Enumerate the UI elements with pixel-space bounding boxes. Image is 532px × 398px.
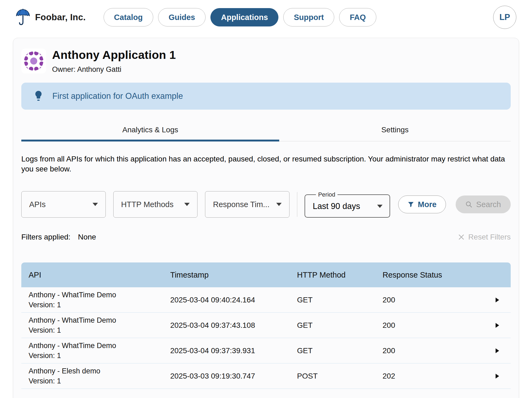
app-owner: Owner: Anthony Gatti xyxy=(52,65,176,74)
chevron-right-icon xyxy=(495,373,499,379)
filter-dropdown-http-methods[interactable]: HTTP Methods xyxy=(113,191,198,218)
api-version: Version: 1 xyxy=(29,376,170,386)
chevron-right-icon xyxy=(495,323,499,328)
brand: Foobar, Inc. xyxy=(16,7,86,27)
page-title: Anthony Application 1 xyxy=(52,48,176,62)
banner-text: First application for OAuth example xyxy=(52,91,183,101)
avatar[interactable]: LP xyxy=(493,6,516,29)
tab-settings[interactable]: Settings xyxy=(279,120,511,140)
timestamp-cell: 2025-03-04 09:37:43.108 xyxy=(170,321,297,330)
api-cell: Anthony - WhatTime Demo Version: 1 xyxy=(29,341,170,361)
row-expand-button[interactable] xyxy=(495,323,511,328)
tab-label: Settings xyxy=(381,126,408,134)
table-row[interactable]: Anthony - WhatTime Demo Version: 1 2025-… xyxy=(21,313,511,338)
nav-pills: Catalog Guides Applications Support FAQ xyxy=(104,8,376,26)
response-status-cell: 200 xyxy=(383,296,472,304)
logs-description: Logs from all APIs for which this applic… xyxy=(21,154,511,174)
http-method-cell: GET xyxy=(297,296,383,304)
response-status-cell: 200 xyxy=(383,321,472,330)
http-method-cell: GET xyxy=(297,346,383,355)
info-banner: First application for OAuth example xyxy=(21,83,511,110)
column-http-method: HTTP Method xyxy=(297,271,383,279)
period-label: Period xyxy=(316,191,337,198)
column-timestamp: Timestamp xyxy=(170,271,297,279)
response-status-cell: 202 xyxy=(383,372,472,380)
chevron-right-icon xyxy=(495,297,499,303)
more-button-label: More xyxy=(418,200,436,209)
nav-item-catalog[interactable]: Catalog xyxy=(104,8,153,26)
filter-dropdown-response-tim[interactable]: Response Tim... xyxy=(205,191,289,218)
tab-label: Analytics & Logs xyxy=(122,126,178,134)
chevron-down-icon xyxy=(184,203,190,206)
api-cell: Anthony - WhatTime Demo Version: 1 xyxy=(29,315,170,335)
chevron-down-icon xyxy=(377,205,383,208)
app-header: Anthony Application 1 Owner: Anthony Gat… xyxy=(21,48,511,74)
http-method-cell: GET xyxy=(297,321,383,330)
nav-item-faq[interactable]: FAQ xyxy=(339,8,376,26)
filters-applied-row: Filters applied: None Reset Filters xyxy=(21,233,511,241)
table-row[interactable]: Anthony - Elesh demo xyxy=(21,389,511,398)
nav-item-label: Guides xyxy=(169,13,195,22)
more-filters-button[interactable]: More xyxy=(398,195,446,213)
nav-item-label: FAQ xyxy=(350,13,366,22)
filter-row: APIs HTTP Methods Response Tim... Period… xyxy=(21,191,511,218)
table-row[interactable]: Anthony - WhatTime Demo Version: 1 2025-… xyxy=(21,338,511,363)
tab-analytics-logs[interactable]: Analytics & Logs xyxy=(21,120,279,140)
column-response-status: Response Status xyxy=(383,271,472,279)
app-dots-icon xyxy=(21,49,46,73)
filter-dropdown-label: HTTP Methods xyxy=(121,200,173,209)
nav-item-support[interactable]: Support xyxy=(283,8,334,26)
funnel-icon xyxy=(408,201,414,208)
filter-dropdown-label: Response Tim... xyxy=(213,200,270,209)
row-expand-button[interactable] xyxy=(495,373,511,379)
chevron-right-icon xyxy=(495,348,499,353)
filter-dropdown-apis[interactable]: APIs xyxy=(21,191,106,218)
api-version: Version: 1 xyxy=(29,351,170,361)
tab-bar: Analytics & Logs Settings xyxy=(21,120,511,141)
table-row[interactable]: Anthony - Elesh demo Version: 1 2025-03-… xyxy=(21,363,511,389)
api-version: Version: 1 xyxy=(29,325,170,335)
period-select[interactable]: Period Last 90 days xyxy=(305,191,390,218)
column-api: API xyxy=(29,271,170,279)
filters-applied-label: Filters applied: xyxy=(21,233,70,241)
response-status-cell: 200 xyxy=(383,346,472,355)
timestamp-cell: 2025-03-03 09:19:30.747 xyxy=(170,372,297,380)
page: Foobar, Inc. Catalog Guides Applications… xyxy=(0,0,532,398)
filters-applied-value: None xyxy=(78,233,96,241)
lightbulb-icon xyxy=(35,91,42,102)
api-name: Anthony - Elesh demo xyxy=(29,396,170,398)
timestamp-cell: 2025-03-04 09:40:24.164 xyxy=(170,296,297,304)
close-icon xyxy=(458,234,465,240)
chevron-down-icon xyxy=(93,203,98,206)
api-cell: Anthony - Elesh demo Version: 1 xyxy=(29,366,170,386)
search-icon xyxy=(465,201,472,208)
api-cell: Anthony - Elesh demo xyxy=(29,396,170,398)
reset-filters-label: Reset Filters xyxy=(468,233,511,241)
reset-filters-button[interactable]: Reset Filters xyxy=(458,233,511,241)
table-header: API Timestamp HTTP Method Response Statu… xyxy=(21,262,511,287)
app-title-block: Anthony Application 1 Owner: Anthony Gat… xyxy=(52,48,176,74)
filter-dropdown-label: APIs xyxy=(29,200,46,209)
table-row[interactable]: Anthony - WhatTime Demo Version: 1 2025-… xyxy=(21,287,511,313)
api-name: Anthony - Elesh demo xyxy=(29,366,170,376)
search-button-label: Search xyxy=(476,200,501,209)
api-name: Anthony - WhatTime Demo xyxy=(29,341,170,351)
api-cell: Anthony - WhatTime Demo Version: 1 xyxy=(29,290,170,310)
brand-name: Foobar, Inc. xyxy=(35,12,86,22)
http-method-cell: POST xyxy=(297,372,383,380)
row-expand-button[interactable] xyxy=(495,348,511,353)
api-name: Anthony - WhatTime Demo xyxy=(29,315,170,325)
row-expand-button[interactable] xyxy=(495,297,511,303)
api-name: Anthony - WhatTime Demo xyxy=(29,290,170,300)
logs-table: API Timestamp HTTP Method Response Statu… xyxy=(21,262,511,398)
top-navigation: Foobar, Inc. Catalog Guides Applications… xyxy=(0,0,532,35)
application-card: Anthony Application 1 Owner: Anthony Gat… xyxy=(13,38,519,398)
nav-item-applications[interactable]: Applications xyxy=(210,8,278,26)
search-button[interactable]: Search xyxy=(456,195,511,213)
filter-divider xyxy=(297,192,297,217)
nav-item-label: Support xyxy=(294,13,324,22)
chevron-down-icon xyxy=(276,203,282,206)
nav-item-label: Applications xyxy=(221,13,268,22)
period-value: Last 90 days xyxy=(313,201,360,211)
nav-item-guides[interactable]: Guides xyxy=(158,8,206,26)
